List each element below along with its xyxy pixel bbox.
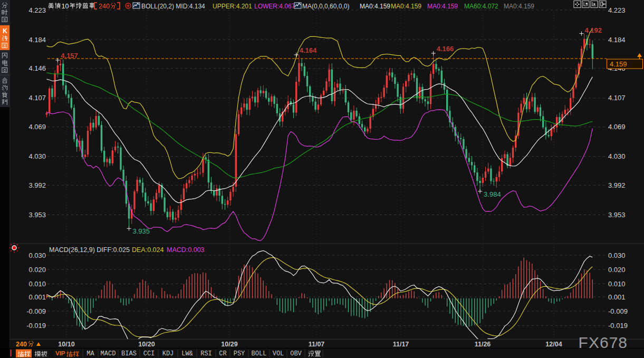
svg-text:UPPER:4.201: UPPER:4.201	[213, 3, 252, 10]
svg-text:10/29: 10/29	[221, 341, 237, 348]
svg-text:4.030: 4.030	[608, 152, 626, 160]
svg-text:4.157: 4.157	[61, 52, 78, 60]
svg-text:OBV: OBV	[290, 350, 302, 357]
svg-text:MA60:4.072: MA60:4.072	[464, 3, 498, 10]
svg-text:BIAS: BIAS	[121, 350, 137, 357]
svg-text:MA0:4.159: MA0:4.159	[427, 3, 458, 10]
svg-text:0.030: 0.030	[28, 251, 46, 259]
svg-text:3.953: 3.953	[28, 211, 46, 219]
svg-text:0.020: 0.020	[28, 266, 46, 274]
svg-text:3.992: 3.992	[28, 181, 46, 189]
svg-text:10: 10	[62, 3, 69, 10]
svg-text:BOLL(20,2) MID:4.134: BOLL(20,2) MID:4.134	[141, 3, 205, 10]
svg-text:10/10: 10/10	[58, 341, 74, 348]
svg-text:-0.009: -0.009	[26, 307, 46, 315]
svg-text:0.001: 0.001	[608, 293, 626, 301]
svg-text:4.184: 4.184	[608, 36, 626, 44]
svg-text:VOL: VOL	[273, 350, 284, 357]
svg-text:4.164: 4.164	[300, 46, 317, 54]
svg-text:K: K	[3, 27, 7, 35]
svg-text:4.069: 4.069	[608, 123, 626, 131]
svg-text:MA0:4.159: MA0:4.159	[391, 3, 421, 10]
svg-text:4.184: 4.184	[28, 36, 46, 44]
svg-text:MA(0,0,0,60,0,0): MA(0,0,0,60,0,0)	[302, 3, 349, 10]
svg-text:240: 240	[99, 3, 110, 10]
svg-text:12/04: 12/04	[545, 341, 562, 348]
svg-text:4.159: 4.159	[610, 60, 627, 68]
svg-text:4.107: 4.107	[608, 94, 626, 102]
svg-text:11/26: 11/26	[475, 341, 491, 348]
svg-text:4.107: 4.107	[28, 94, 46, 102]
svg-text:LOWER:4.067: LOWER:4.067	[254, 3, 295, 10]
svg-text:MA0:4.159: MA0:4.159	[360, 3, 390, 10]
svg-text:CR: CR	[219, 350, 226, 357]
svg-text:MA0:4.159: MA0:4.159	[504, 3, 534, 10]
svg-text:MA: MA	[86, 350, 94, 357]
svg-text:CCI: CCI	[143, 350, 155, 357]
svg-text:MACD(26,12,9) DIFF:0.025: MACD(26,12,9) DIFF:0.025	[49, 246, 130, 254]
svg-text:4.192: 4.192	[585, 26, 602, 34]
svg-text:KDJ: KDJ	[162, 350, 174, 357]
svg-text:11/07: 11/07	[309, 341, 325, 348]
svg-text:DEA:0.024: DEA:0.024	[132, 246, 164, 254]
svg-text:3.992: 3.992	[608, 181, 626, 189]
svg-text:-0.009: -0.009	[608, 307, 628, 315]
svg-text:11/17: 11/17	[393, 341, 409, 348]
svg-text:MACD:0.003: MACD:0.003	[167, 246, 205, 254]
svg-text:0.010: 0.010	[608, 280, 626, 288]
svg-text:0.030: 0.030	[608, 251, 626, 259]
svg-text:-0.019: -0.019	[26, 322, 46, 330]
svg-text:PSY: PSY	[234, 350, 245, 357]
svg-text:4.223: 4.223	[28, 6, 46, 14]
svg-text:10/20: 10/20	[138, 341, 155, 348]
svg-text:0.010: 0.010	[28, 280, 46, 288]
svg-text:MACD: MACD	[101, 350, 116, 357]
svg-text:VIP: VIP	[55, 350, 65, 356]
svg-text:-0.019: -0.019	[608, 322, 628, 330]
svg-text:0.020: 0.020	[608, 266, 626, 274]
svg-text:4.069: 4.069	[28, 123, 46, 131]
svg-text:4.146: 4.146	[28, 64, 46, 72]
svg-text:3.935: 3.935	[133, 227, 150, 235]
svg-text:3.953: 3.953	[608, 211, 626, 219]
svg-text:4.166: 4.166	[437, 45, 454, 53]
svg-text:4.223: 4.223	[608, 6, 626, 14]
svg-text:RSI: RSI	[200, 350, 212, 357]
svg-text:BOLL: BOLL	[252, 350, 267, 357]
svg-text:4.030: 4.030	[28, 152, 46, 160]
svg-text:240: 240	[16, 341, 27, 348]
svg-text:0.001: 0.001	[28, 293, 46, 301]
svg-text:LW&: LW&	[181, 350, 193, 357]
svg-text:3.984: 3.984	[484, 190, 501, 198]
